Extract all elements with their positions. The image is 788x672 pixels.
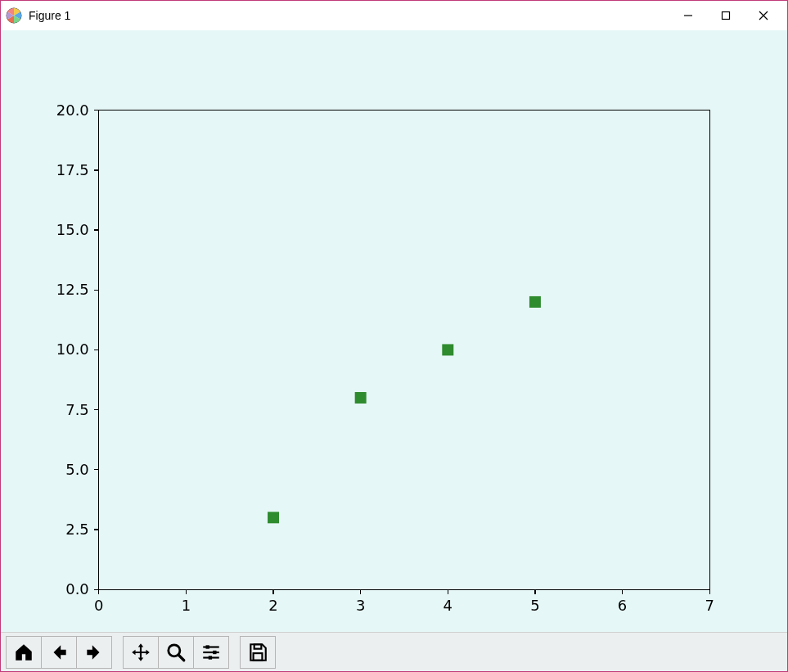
app-icon: [6, 7, 22, 24]
forward-button[interactable]: [76, 636, 112, 669]
x-tick-label: 2: [268, 597, 277, 614]
data-point: [442, 344, 453, 355]
matplotlib-toolbar: [1, 632, 787, 671]
minimize-button[interactable]: [669, 3, 707, 28]
y-tick-label: 17.5: [56, 161, 89, 178]
scatter-chart: 012345670.02.55.07.510.012.515.017.520.0: [1, 30, 787, 632]
svg-rect-8: [206, 645, 209, 648]
y-tick-label: 20.0: [56, 101, 89, 119]
x-tick-label: 4: [444, 597, 453, 614]
svg-rect-14: [254, 653, 263, 661]
x-tick-label: 6: [618, 597, 627, 614]
configure-button[interactable]: [193, 636, 229, 669]
save-button[interactable]: [240, 636, 276, 669]
svg-rect-13: [254, 644, 262, 648]
data-point: [268, 512, 279, 523]
y-tick-label: 2.5: [65, 521, 89, 538]
x-tick-label: 1: [182, 597, 191, 614]
home-button[interactable]: [6, 636, 42, 669]
y-tick-label: 0.0: [65, 580, 89, 598]
y-tick-label: 10.0: [56, 341, 89, 358]
y-tick-label: 7.5: [65, 401, 89, 418]
maximize-icon: [721, 11, 731, 20]
window-title: Figure 1: [29, 9, 70, 22]
data-point: [355, 392, 367, 404]
move-icon: [130, 642, 151, 663]
minimize-icon: [683, 11, 693, 20]
magnifier-icon: [165, 642, 187, 663]
x-tick-label: 0: [94, 597, 103, 614]
y-tick-label: 12.5: [56, 281, 89, 298]
arrow-left-icon: [48, 642, 70, 663]
window-controls: [669, 3, 782, 28]
save-icon: [247, 642, 268, 663]
maximize-button[interactable]: [707, 3, 745, 28]
y-tick-label: 5.0: [65, 461, 89, 478]
x-tick-label: 3: [356, 597, 365, 614]
zoom-button[interactable]: [158, 636, 194, 669]
close-button[interactable]: [745, 3, 782, 28]
plot-area[interactable]: 012345670.02.55.07.510.012.515.017.520.0: [1, 30, 787, 632]
x-tick-label: 5: [530, 597, 539, 614]
svg-line-6: [178, 655, 184, 661]
svg-rect-12: [209, 656, 212, 659]
svg-rect-10: [213, 650, 216, 653]
close-icon: [759, 11, 768, 20]
x-tick-label: 7: [705, 597, 714, 614]
data-point: [529, 296, 541, 308]
axes-frame: [99, 110, 709, 589]
pan-button[interactable]: [123, 636, 159, 669]
y-tick-label: 15.0: [56, 221, 89, 238]
arrow-right-icon: [83, 642, 105, 663]
home-icon: [13, 642, 34, 663]
titlebar: Figure 1: [1, 1, 787, 30]
sliders-icon: [200, 642, 222, 663]
back-button[interactable]: [41, 636, 77, 669]
svg-rect-2: [723, 12, 730, 20]
